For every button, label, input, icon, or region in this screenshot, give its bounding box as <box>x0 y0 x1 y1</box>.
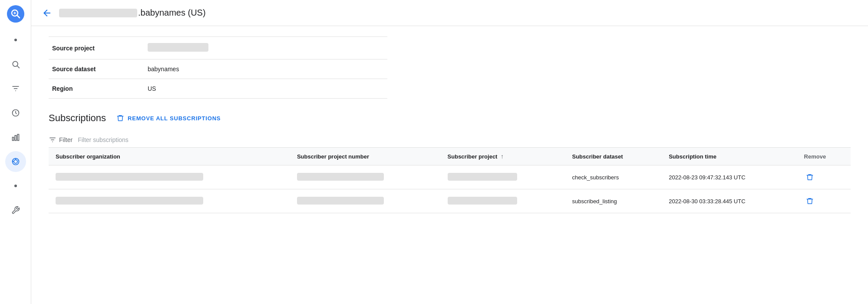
source-project-blurred <box>148 43 208 52</box>
wrench-icon <box>11 206 20 215</box>
subscriptions-table: Subscriber organization Subscriber proje… <box>49 148 851 213</box>
remove-row-2-button[interactable] <box>804 195 815 207</box>
dot-bottom-icon <box>14 185 17 187</box>
sidebar-item-search[interactable] <box>5 54 26 75</box>
svg-point-14 <box>13 160 17 163</box>
region-label: Region <box>49 79 144 99</box>
project-name-blurred <box>59 9 137 17</box>
project-number-blur-2 <box>297 197 384 205</box>
col-header-project: Subscriber project ↑ <box>441 148 565 165</box>
svg-line-5 <box>17 66 19 68</box>
page-title: .babynames (US) <box>59 8 206 18</box>
svg-rect-11 <box>15 135 16 141</box>
sidebar-item-analytics[interactable] <box>5 151 26 172</box>
sidebar-item-dot-bottom[interactable] <box>5 175 26 196</box>
analytics-icon <box>11 157 20 166</box>
cell-time-2: 2022-08-30 03:33:28.445 UTC <box>662 189 797 213</box>
cell-project-number-2 <box>290 189 441 213</box>
org-blur-1 <box>56 173 203 181</box>
col-header-dataset: Subscriber dataset <box>565 148 662 165</box>
info-row-source-project: Source project <box>49 37 387 59</box>
project-blur-1 <box>448 173 517 181</box>
table-header-row: Subscriber organization Subscriber proje… <box>49 148 851 165</box>
sidebar-item-filter[interactable] <box>5 78 26 99</box>
svg-rect-10 <box>12 137 13 141</box>
info-row-region: Region US <box>49 79 387 99</box>
svg-rect-12 <box>17 134 19 140</box>
topbar: .babynames (US) <box>31 0 868 26</box>
sidebar-item-wrench[interactable] <box>5 200 26 221</box>
trash-row-2-icon <box>806 197 814 205</box>
cell-org-1 <box>49 165 290 189</box>
remove-row-1-button[interactable] <box>804 172 815 183</box>
cell-project-number-1 <box>290 165 441 189</box>
info-table: Source project Source dataset babynames … <box>49 36 387 99</box>
cell-project-2 <box>441 189 565 213</box>
cell-project-1 <box>441 165 565 189</box>
subscriptions-title: Subscriptions <box>49 112 106 124</box>
source-dataset-label: Source dataset <box>49 59 144 79</box>
project-blur-2 <box>448 197 517 205</box>
source-project-label: Source project <box>49 37 144 59</box>
cell-remove-2 <box>797 189 851 213</box>
cell-remove-1 <box>797 165 851 189</box>
sidebar-item-chart[interactable] <box>5 127 26 148</box>
content-area: Source project Source dataset babynames … <box>31 26 868 304</box>
svg-line-1 <box>17 15 20 18</box>
filter-label: Filter <box>59 136 73 143</box>
page-title-suffix: .babynames (US) <box>138 8 206 18</box>
col-header-time: Subscription time <box>662 148 797 165</box>
region-value: US <box>144 79 387 99</box>
remove-all-label: REMOVE ALL SUBSCRIPTIONS <box>128 115 221 122</box>
dot-icon <box>14 39 17 41</box>
sort-arrow-icon: ↑ <box>501 153 504 160</box>
sidebar-item-clock[interactable] <box>5 102 26 123</box>
cell-time-1: 2022-08-23 09:47:32.143 UTC <box>662 165 797 189</box>
col-header-project-number: Subscriber project number <box>290 148 441 165</box>
filter-icon <box>11 84 20 93</box>
org-blur-2 <box>56 197 203 205</box>
source-dataset-value: babynames <box>144 59 387 79</box>
table-row: check_subscribers 2022-08-23 09:47:32.14… <box>49 165 851 189</box>
subscriptions-header: Subscriptions REMOVE ALL SUBSCRIPTIONS <box>49 112 851 124</box>
filter-input[interactable] <box>78 136 851 143</box>
cell-dataset-2: subscribed_listing <box>565 189 662 213</box>
main-content: .babynames (US) Source project Source da… <box>31 0 868 304</box>
trash-all-icon <box>116 114 124 122</box>
project-number-blur-1 <box>297 173 384 181</box>
filter-icon-container: Filter <box>49 136 73 144</box>
chart-icon <box>11 133 20 142</box>
back-arrow-icon <box>42 8 52 18</box>
clock-icon <box>11 109 20 117</box>
col-header-org: Subscriber organization <box>49 148 290 165</box>
back-button[interactable] <box>42 8 52 18</box>
search-icon <box>11 60 20 69</box>
info-row-source-dataset: Source dataset babynames <box>49 59 387 79</box>
col-header-remove: Remove <box>797 148 851 165</box>
filter-list-icon <box>49 136 56 144</box>
sidebar-item-dot-top[interactable] <box>5 30 26 50</box>
table-row: subscribed_listing 2022-08-30 03:33:28.4… <box>49 189 851 213</box>
cell-org-2 <box>49 189 290 213</box>
app-logo <box>7 5 24 23</box>
remove-all-subscriptions-button[interactable]: REMOVE ALL SUBSCRIPTIONS <box>116 114 221 122</box>
source-project-value <box>144 37 387 59</box>
cell-dataset-1: check_subscribers <box>565 165 662 189</box>
sidebar <box>0 0 31 304</box>
filter-row: Filter <box>49 132 851 148</box>
trash-row-1-icon <box>806 173 814 181</box>
